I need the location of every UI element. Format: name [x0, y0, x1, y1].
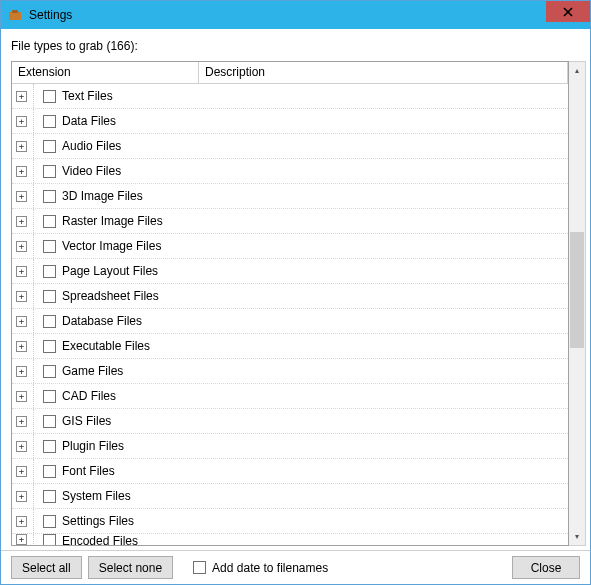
row-label: Settings Files	[62, 514, 134, 528]
titlebar: Settings	[1, 1, 590, 29]
select-none-button[interactable]: Select none	[88, 556, 173, 579]
expand-icon[interactable]: +	[16, 441, 27, 452]
expand-icon[interactable]: +	[16, 416, 27, 427]
row-label: Plugin Files	[62, 439, 124, 453]
svg-rect-1	[12, 10, 18, 13]
row-label: Game Files	[62, 364, 123, 378]
expand-icon[interactable]: +	[16, 191, 27, 202]
tree-row[interactable]: +Database Files	[12, 309, 568, 334]
tree-row[interactable]: +Video Files	[12, 159, 568, 184]
tree-row[interactable]: +CAD Files	[12, 384, 568, 409]
expand-icon[interactable]: +	[16, 341, 27, 352]
tree-row[interactable]: +Audio Files	[12, 134, 568, 159]
row-label: Video Files	[62, 164, 121, 178]
tree-row[interactable]: +Game Files	[12, 359, 568, 384]
tree-line	[33, 334, 41, 358]
row-checkbox[interactable]	[43, 440, 56, 453]
row-checkbox[interactable]	[43, 115, 56, 128]
expand-icon[interactable]: +	[16, 516, 27, 527]
add-date-option[interactable]: Add date to filenames	[193, 561, 328, 575]
scroll-track[interactable]	[569, 79, 585, 528]
row-label: Database Files	[62, 314, 142, 328]
expand-icon[interactable]: +	[16, 534, 27, 545]
grid-body: +Text Files+Data Files+Audio Files+Video…	[12, 84, 568, 545]
vertical-scrollbar[interactable]: ▴ ▾	[569, 61, 586, 546]
row-checkbox[interactable]	[43, 515, 56, 528]
grid-header: Extension Description	[12, 62, 568, 84]
row-checkbox[interactable]	[43, 165, 56, 178]
tree-row[interactable]: +Vector Image Files	[12, 234, 568, 259]
expand-icon[interactable]: +	[16, 366, 27, 377]
tree-line	[33, 384, 41, 408]
close-button[interactable]: Close	[512, 556, 580, 579]
row-checkbox[interactable]	[43, 315, 56, 328]
tree-row[interactable]: +Spreadsheet Files	[12, 284, 568, 309]
expand-icon[interactable]: +	[16, 91, 27, 102]
row-checkbox[interactable]	[43, 265, 56, 278]
row-label: CAD Files	[62, 389, 116, 403]
tree-row[interactable]: +GIS Files	[12, 409, 568, 434]
row-checkbox[interactable]	[43, 90, 56, 103]
tree-line	[33, 284, 41, 308]
settings-window: Settings File types to grab (166): Exten…	[0, 0, 591, 585]
row-checkbox[interactable]	[43, 190, 56, 203]
tree-row[interactable]: +Text Files	[12, 84, 568, 109]
row-checkbox[interactable]	[43, 290, 56, 303]
expand-icon[interactable]: +	[16, 266, 27, 277]
scroll-up-button[interactable]: ▴	[569, 62, 585, 79]
window-close-button[interactable]	[546, 1, 590, 22]
row-checkbox[interactable]	[43, 534, 56, 545]
expand-icon[interactable]: +	[16, 316, 27, 327]
row-label: Executable Files	[62, 339, 150, 353]
row-checkbox[interactable]	[43, 340, 56, 353]
tree-line	[33, 484, 41, 508]
tree-row[interactable]: +Font Files	[12, 459, 568, 484]
row-label: GIS Files	[62, 414, 111, 428]
tree-row[interactable]: +3D Image Files	[12, 184, 568, 209]
row-checkbox[interactable]	[43, 415, 56, 428]
tree-row[interactable]: +Encoded Files	[12, 534, 568, 545]
expand-icon[interactable]: +	[16, 291, 27, 302]
expand-icon[interactable]: +	[16, 466, 27, 477]
row-label: Spreadsheet Files	[62, 289, 159, 303]
tree-line	[33, 509, 41, 533]
expand-icon[interactable]: +	[16, 166, 27, 177]
scroll-thumb[interactable]	[570, 232, 584, 349]
tree-line	[33, 359, 41, 383]
file-types-label: File types to grab (166):	[1, 29, 590, 61]
expand-icon[interactable]: +	[16, 491, 27, 502]
expand-icon[interactable]: +	[16, 116, 27, 127]
grid-wrap: Extension Description +Text Files+Data F…	[11, 61, 586, 546]
tree-row[interactable]: +Executable Files	[12, 334, 568, 359]
row-checkbox[interactable]	[43, 490, 56, 503]
tree-row[interactable]: +Settings Files	[12, 509, 568, 534]
column-header-description[interactable]: Description	[199, 62, 568, 83]
row-checkbox[interactable]	[43, 465, 56, 478]
tree-row[interactable]: +System Files	[12, 484, 568, 509]
column-header-extension[interactable]: Extension	[12, 62, 199, 83]
row-checkbox[interactable]	[43, 215, 56, 228]
row-checkbox[interactable]	[43, 140, 56, 153]
tree-row[interactable]: +Page Layout Files	[12, 259, 568, 284]
expand-icon[interactable]: +	[16, 216, 27, 227]
expand-icon[interactable]: +	[16, 141, 27, 152]
tree-row[interactable]: +Raster Image Files	[12, 209, 568, 234]
select-all-button[interactable]: Select all	[11, 556, 82, 579]
expand-icon[interactable]: +	[16, 391, 27, 402]
row-checkbox[interactable]	[43, 240, 56, 253]
window-title: Settings	[29, 8, 72, 22]
tree-line	[33, 234, 41, 258]
row-checkbox[interactable]	[43, 390, 56, 403]
add-date-checkbox[interactable]	[193, 561, 206, 574]
row-label: Encoded Files	[62, 534, 138, 545]
tree-row[interactable]: +Plugin Files	[12, 434, 568, 459]
row-label: 3D Image Files	[62, 189, 143, 203]
tree-line	[33, 434, 41, 458]
expand-icon[interactable]: +	[16, 241, 27, 252]
svg-rect-0	[9, 12, 21, 20]
tree-line	[33, 459, 41, 483]
tree-row[interactable]: +Data Files	[12, 109, 568, 134]
app-icon	[7, 7, 23, 23]
row-checkbox[interactable]	[43, 365, 56, 378]
scroll-down-button[interactable]: ▾	[569, 528, 585, 545]
